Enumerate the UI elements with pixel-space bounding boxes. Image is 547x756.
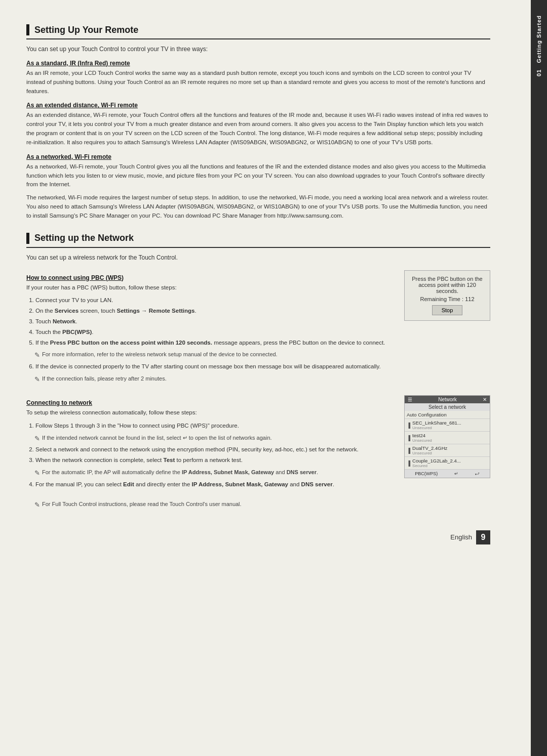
- pbc-step-5: If the Press PBC button on the access po…: [35, 339, 396, 348]
- footer-note: ✎ For Full Touch Control instructions, p…: [34, 500, 490, 510]
- footer-icon2: ⮐: [475, 471, 480, 476]
- subsection-network-body1: As a networked, Wi-Fi remote, your Touch…: [26, 162, 490, 189]
- pbc-intro: If your router has a PBC (WPS) button, f…: [26, 283, 396, 292]
- connecting-title: Connecting to network: [26, 399, 396, 406]
- side-tab-text: 01 Getting Started: [536, 15, 542, 76]
- section1-title: Setting Up Your Remote: [26, 24, 490, 39]
- pbc-note1: ✎ For more information, refer to the wir…: [34, 350, 396, 360]
- note-icon-1: ✎: [34, 350, 40, 360]
- signal-icon-0: ▐: [407, 423, 410, 428]
- network-item-1[interactable]: ▐ test24 Unsecured: [405, 432, 490, 444]
- network-item-0[interactable]: ▐ SEC_LinkShare_681... Unsecured: [405, 419, 490, 432]
- connecting-steps-list: Follow Steps 1 through 3 in the "How to …: [26, 422, 396, 431]
- section2-title: Setting up the Network: [26, 233, 490, 248]
- connecting-step-1: Follow Steps 1 through 3 in the "How to …: [35, 422, 396, 431]
- connecting-intro: To setup the wireless connection automat…: [26, 408, 396, 417]
- signal-icon-2: ▐: [407, 448, 410, 453]
- subsection-network-body2: The networked, Wi-Fi mode requires the l…: [26, 193, 490, 220]
- connecting-main: Connecting to network To setup the wirel…: [26, 393, 396, 492]
- pbc-box-line1: Press the PBC button on the: [411, 276, 484, 282]
- language-label: English: [450, 533, 472, 541]
- connecting-section: Connecting to network To setup the wirel…: [26, 393, 490, 492]
- subsection-ir-body: As an IR remote, your LCD Touch Control …: [26, 69, 490, 96]
- network-select-label: Select a network: [405, 403, 490, 411]
- stop-button[interactable]: Stop: [432, 305, 463, 315]
- network-header-title: Network: [438, 397, 457, 402]
- note-icon-5: ✎: [34, 500, 40, 510]
- pbc-step-1: Connect your TV to your LAN.: [35, 296, 396, 305]
- network-item-3[interactable]: ▐ Couple_1G2Lab_2.4... Secured: [405, 457, 490, 470]
- note-icon-4: ✎: [34, 468, 40, 478]
- main-content: Setting Up Your Remote You can set up yo…: [0, 0, 531, 756]
- pbc-section: How to connect using PBC (WPS) If your r…: [26, 268, 490, 387]
- pbc-side: Press the PBC button on the access point…: [404, 268, 490, 321]
- pbc-note2: ✎ If the connection fails, please retry …: [34, 374, 396, 385]
- network-box-header: ☰ Network ✕: [405, 396, 490, 403]
- pbc-step-4: Touch the PBC(WPS).: [35, 328, 396, 337]
- network-side: ☰ Network ✕ Select a network Auto Config…: [404, 393, 490, 478]
- pbc-steps-list2: If the device is connected properly to t…: [26, 362, 396, 371]
- connecting-step-4: For the manual IP, you can select Edit a…: [35, 480, 396, 489]
- connecting-steps-list2: Select a network and connect to the netw…: [26, 445, 396, 465]
- pbc-box-line2: access point within 120: [411, 282, 484, 288]
- network-item-2[interactable]: ▐ DualTV_2.4GHz Unsecured: [405, 444, 490, 457]
- page-number: 9: [476, 530, 490, 544]
- side-tab: 01 Getting Started: [531, 0, 547, 756]
- subsection-network-title: As a networked, Wi-Fi remote: [26, 153, 490, 160]
- pbc-wps-label: PBC(WPS): [415, 471, 438, 476]
- network-header-icon: ☰: [408, 397, 412, 402]
- pbc-main: How to connect using PBC (WPS) If your r…: [26, 268, 396, 387]
- pbc-step-3: Touch Network.: [35, 317, 396, 326]
- connecting-steps-list3: For the manual IP, you can select Edit a…: [26, 480, 396, 489]
- note-icon-2: ✎: [34, 374, 40, 385]
- auto-config-label: Auto Configuration: [405, 411, 490, 419]
- signal-icon-1: ▐: [407, 435, 410, 441]
- subsection-ir-title: As a standard, IR (Infra Red) remote: [26, 60, 490, 67]
- connecting-note2: ✎ For the automatic IP, the AP will auto…: [34, 468, 396, 478]
- section2-intro: You can set up a wireless network for th…: [26, 253, 490, 262]
- pbc-step-2: On the Services screen, touch Settings →…: [35, 307, 396, 316]
- subsection-wifi-title: As an extended distance, Wi-Fi remote: [26, 102, 490, 109]
- pbc-title: How to connect using PBC (WPS): [26, 274, 396, 281]
- subsection-wifi-body: As an extended distance, Wi-Fi remote, y…: [26, 111, 490, 147]
- note-icon-3: ✎: [34, 434, 40, 444]
- footer-icon1: ↵: [454, 471, 458, 476]
- pbc-steps-list: Connect your TV to your LAN. On the Serv…: [26, 296, 396, 347]
- page: Setting Up Your Remote You can set up yo…: [0, 0, 547, 756]
- pbc-box-line3: seconds.: [411, 288, 484, 294]
- network-close-icon[interactable]: ✕: [483, 397, 487, 402]
- pbc-info-box: Press the PBC button on the access point…: [404, 270, 490, 321]
- connecting-step-2: Select a network and connect to the netw…: [35, 445, 396, 454]
- page-footer: English 9: [26, 525, 490, 544]
- section1-intro: You can set up your Touch Control to con…: [26, 45, 490, 54]
- pbc-box-line4: Remaining Time : 112: [411, 296, 484, 302]
- network-info-box: ☰ Network ✕ Select a network Auto Config…: [404, 395, 490, 478]
- connecting-step-3: When the network connection is complete,…: [35, 456, 396, 465]
- pbc-step-6: If the device is connected properly to t…: [35, 362, 396, 371]
- signal-icon-3: ▐: [407, 460, 410, 466]
- network-footer: PBC(WPS) ↵ ⮐: [405, 470, 490, 478]
- connecting-note1: ✎ If the intended network cannot be foun…: [34, 434, 396, 444]
